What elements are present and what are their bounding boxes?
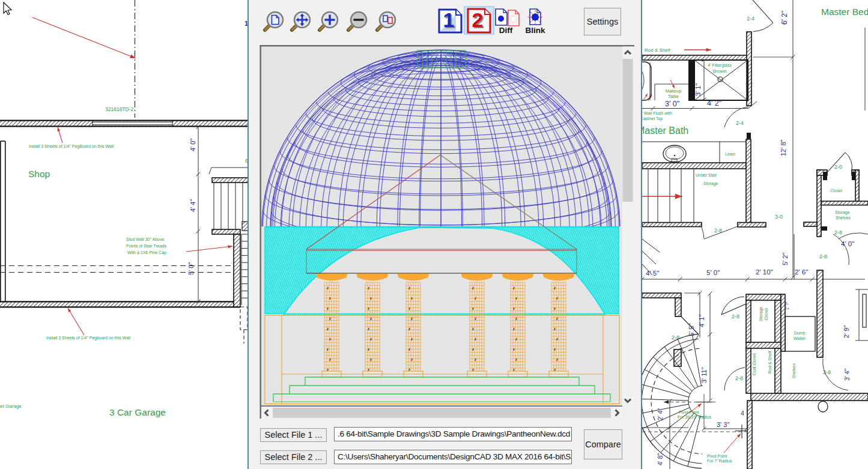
svg-text:Linen: Linen	[725, 152, 735, 156]
svg-text:Master Bed: Master Bed	[821, 7, 868, 17]
svg-text:3 Car Garage: 3 Car Garage	[109, 407, 166, 417]
svg-text:4' 2": 4' 2"	[707, 99, 721, 107]
svg-text:3' 1": 3' 1"	[694, 83, 702, 96]
svg-text:With a 1X6 Pine Cap: With a 1X6 Pine Cap	[127, 250, 166, 255]
svg-text:Closet: Closet	[764, 308, 768, 320]
svg-text:2' 6": 2' 6"	[795, 268, 808, 276]
svg-text:12' 8": 12' 8"	[780, 139, 787, 156]
svg-text:Pivot Point: Pivot Point	[679, 410, 699, 414]
svg-text:5' 0": 5' 0"	[187, 262, 195, 275]
svg-text:Coat Closet: Coat Closet	[752, 353, 756, 375]
svg-text:Under Stair: Under Stair	[696, 173, 717, 177]
svg-text:Rod & Shelf: Rod & Shelf	[768, 351, 772, 374]
svg-text:5' 2": 5' 2"	[782, 253, 789, 265]
svg-text:er Garage: er Garage	[0, 404, 22, 409]
svg-text:2: 2	[472, 8, 484, 31]
svg-text:Stud Wall 30" Above: Stud Wall 30" Above	[126, 237, 164, 241]
svg-text:2' 9": 2' 9"	[843, 325, 850, 338]
svg-text:4: 4	[741, 410, 744, 417]
svg-text:4' 1": 4' 1"	[698, 315, 705, 327]
svg-text:4' 5": 4' 5"	[646, 270, 659, 277]
svg-text:2' 4": 2' 4"	[657, 408, 664, 420]
svg-text:2-0: 2-0	[834, 164, 842, 170]
svg-text:321616TD-2: 321616TD-2	[105, 106, 134, 112]
svg-text:Pivot Point: Pivot Point	[707, 454, 727, 458]
svg-text:5' 0": 5' 0"	[706, 269, 720, 276]
svg-text:3' 11": 3' 11"	[700, 367, 708, 383]
svg-text:3' 3": 3' 3"	[717, 421, 729, 428]
svg-text:Points of Stair Treads: Points of Stair Treads	[126, 244, 166, 248]
svg-text:2-8: 2-8	[834, 229, 842, 235]
svg-text:For 7' Radius: For 7' Radius	[707, 459, 732, 463]
svg-text:4' Fiberglass: 4' Fiberglass	[708, 63, 732, 68]
svg-text:Shop: Shop	[28, 169, 50, 179]
svg-text:Storage: Storage	[835, 210, 850, 215]
svg-text:3' 4": 3' 4"	[843, 368, 851, 381]
svg-text:1: 1	[443, 8, 455, 31]
svg-text:Shelves: Shelves	[792, 363, 796, 378]
svg-text:4' 8": 4' 8"	[657, 453, 664, 465]
svg-text:6' 2": 6' 2"	[780, 11, 789, 25]
svg-text:Closet: Closet	[830, 189, 842, 193]
svg-text:3' 0": 3' 0"	[665, 100, 679, 108]
svg-text:Rod & Shelf: Rod & Shelf	[645, 47, 670, 53]
svg-text:Storage: Storage	[703, 181, 718, 186]
svg-text:2' 10": 2' 10"	[756, 268, 773, 276]
svg-text:Diff: Diff	[499, 26, 513, 35]
svg-text:Dumb: Dumb	[794, 331, 806, 335]
svg-text:2-4: 2-4	[736, 120, 744, 126]
svg-text:Waiter: Waiter	[794, 336, 806, 340]
svg-text:Master Bath: Master Bath	[637, 126, 688, 136]
svg-text:Blink: Blink	[525, 26, 545, 35]
svg-text:Cabinet Top: Cabinet Top	[640, 116, 663, 121]
svg-text:Shelves: Shelves	[836, 216, 851, 220]
svg-text:3-0: 3-0	[775, 214, 783, 220]
svg-text:2-8: 2-8	[819, 253, 827, 259]
svg-text:1' 7": 1' 7"	[785, 301, 789, 310]
svg-text:Makeup: Makeup	[666, 88, 682, 94]
svg-text:For 39.37" Radius: For 39.37" Radius	[678, 415, 712, 419]
svg-text:2-8: 2-8	[672, 334, 679, 340]
svg-text:4' 0": 4' 0"	[841, 240, 854, 247]
svg-text:Shower: Shower	[712, 69, 727, 73]
svg-text:2-8: 2-8	[735, 375, 743, 381]
svg-text:Install 3 Sheets of 1/4" Pe: Install 3 Sheets of 1/4" Pegboard on thi…	[46, 336, 130, 340]
svg-text:4' 0": 4' 0"	[189, 139, 196, 151]
svg-text:2-8: 2-8	[714, 228, 722, 234]
svg-text:2-8: 2-8	[732, 313, 739, 319]
svg-text:Storage: Storage	[759, 306, 763, 321]
svg-text:4' 4": 4' 4"	[189, 199, 196, 212]
svg-text:2-4: 2-4	[747, 16, 754, 22]
svg-text:2 Wall Flush with: 2 Wall Flush with	[640, 111, 672, 115]
svg-text:Install 3 Sheets of 1/4" Peg: Install 3 Sheets of 1/4" PegBoard on thi…	[29, 144, 114, 149]
svg-text:Table: Table	[668, 94, 679, 99]
